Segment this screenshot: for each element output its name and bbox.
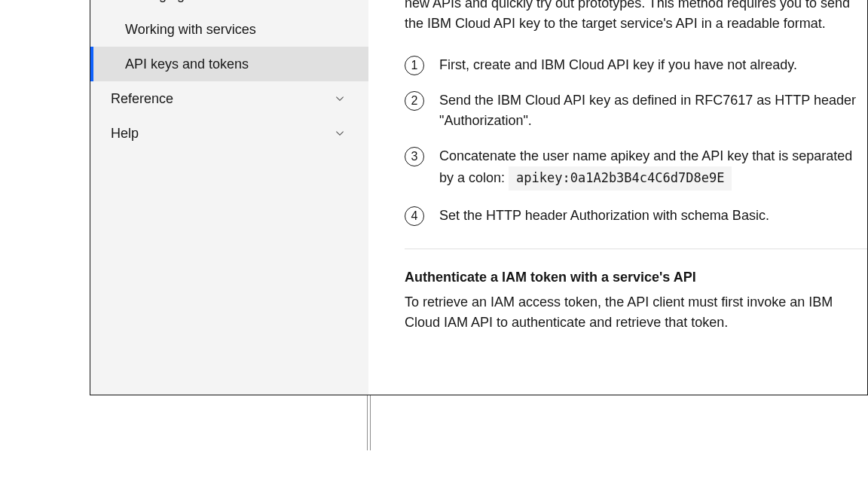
section-title: Authenticate a IAM token with a service'… xyxy=(405,267,867,288)
step: 3 Concatenate the user name apikey and t… xyxy=(405,146,867,191)
step-text: First, create and IBM Cloud API key if y… xyxy=(439,55,867,75)
sidebar-item-label: Managing authentication xyxy=(125,0,273,3)
intro-paragraph: Using an IBM Cloud API key is convenient… xyxy=(405,0,867,34)
step-number-1: 1 xyxy=(405,56,424,75)
sidebar-item-working-with-services[interactable]: Working with services xyxy=(90,12,368,47)
sidebar-item-label: API keys and tokens xyxy=(125,56,249,72)
step-number-2: 2 xyxy=(405,91,424,111)
sidebar: Managing authentication Working with ser… xyxy=(90,0,368,395)
step-text: Set the HTTP header Authorization with s… xyxy=(439,206,867,226)
step-number-3: 3 xyxy=(405,147,424,166)
sidebar-item-label: Working with services xyxy=(125,22,256,38)
sidebar-item-label: Help xyxy=(111,126,139,142)
sidebar-item-managing-authentication[interactable]: Managing authentication xyxy=(90,0,368,12)
resize-handle[interactable] xyxy=(367,395,371,450)
document-frame: Managing authentication Working with ser… xyxy=(90,0,868,395)
code-snippet[interactable]: apikey:0a1A2b3B4c4C6d7D8e9E xyxy=(509,166,732,191)
step-number-4: 4 xyxy=(405,206,424,226)
step-text: Concatenate the user name apikey and the… xyxy=(439,146,867,191)
sidebar-item-help[interactable]: Help xyxy=(90,116,368,151)
sidebar-item-reference[interactable]: Reference xyxy=(90,81,368,116)
step: 1 First, create and IBM Cloud API key if… xyxy=(405,55,867,75)
chevron-down-icon xyxy=(334,127,346,139)
main-content: Using an IBM Cloud API key is convenient… xyxy=(368,0,867,395)
step: 4 Set the HTTP header Authorization with… xyxy=(405,206,867,226)
section-divider xyxy=(405,249,867,249)
step: 2 Send the IBM Cloud API key as defined … xyxy=(405,90,867,131)
step-text: Send the IBM Cloud API key as defined in… xyxy=(439,90,867,131)
chevron-down-icon xyxy=(334,93,346,105)
sidebar-item-label: Reference xyxy=(111,91,173,107)
sidebar-item-api-keys-and-tokens[interactable]: API keys and tokens xyxy=(90,47,368,81)
section-body: To retrieve an IAM access token, the API… xyxy=(405,292,867,333)
